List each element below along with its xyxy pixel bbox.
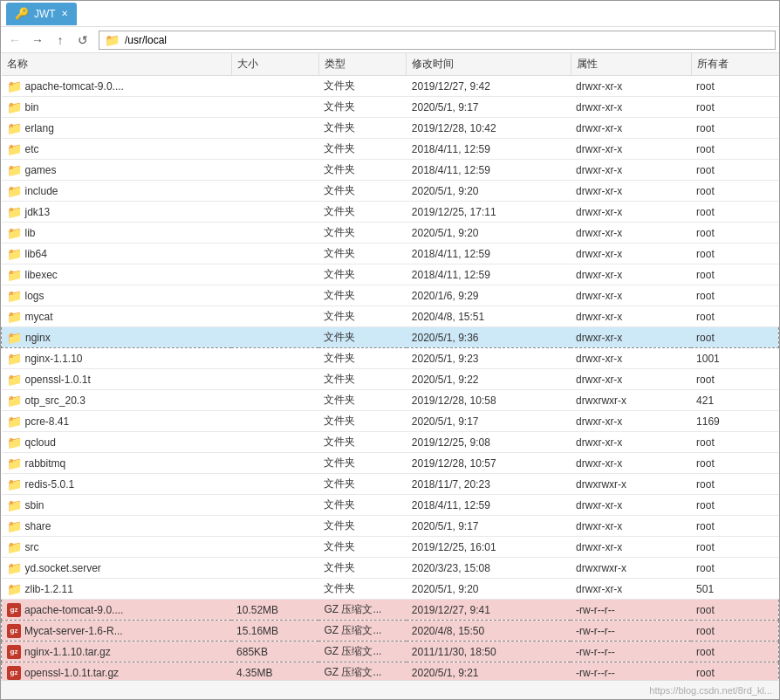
file-modified: 2019/12/27, 9:41 — [407, 600, 571, 621]
file-name: gz Mycat-server-1.6-R... — [2, 621, 232, 642]
file-modified: 2020/5/1, 9:22 — [407, 369, 571, 390]
col-header-type[interactable]: 类型 — [318, 53, 406, 76]
file-name: 📁 games — [2, 160, 232, 181]
file-type: 文件夹 — [318, 76, 406, 97]
refresh-button[interactable]: ↺ — [72, 30, 93, 51]
table-row[interactable]: 📁 qcloud 文件夹 2019/12/25, 9:08 drwxr-xr-x… — [2, 432, 779, 453]
col-header-owner[interactable]: 所有者 — [691, 53, 778, 76]
jwt-tab[interactable]: 🔑 JWT ✕ — [6, 3, 77, 25]
file-size — [231, 474, 318, 495]
table-row[interactable]: 📁 sbin 文件夹 2018/4/11, 12:59 drwxr-xr-x r… — [2, 495, 779, 516]
file-modified: 2019/12/28, 10:57 — [407, 453, 571, 474]
file-type: 文件夹 — [318, 244, 406, 264]
file-name: 📁 otp_src_20.3 — [2, 390, 232, 411]
table-row[interactable]: 📁 pcre-8.41 文件夹 2020/5/1, 9:17 drwxr-xr-… — [2, 411, 779, 432]
table-row[interactable]: 📁 include 文件夹 2020/5/1, 9:20 drwxr-xr-x … — [2, 181, 779, 202]
table-row[interactable]: 📁 lib64 文件夹 2018/4/11, 12:59 drwxr-xr-x … — [2, 244, 779, 264]
file-owner: root — [691, 516, 778, 537]
file-size: 10.52MB — [231, 600, 318, 621]
file-modified: 2018/4/11, 12:59 — [407, 264, 571, 285]
file-owner: root — [691, 621, 778, 642]
status-bar: https://blog.csdn.net/8rd_kl... — [1, 680, 779, 699]
col-header-size[interactable]: 大小 — [231, 53, 318, 76]
file-owner: root — [691, 662, 778, 681]
table-row[interactable]: gz apache-tomcat-9.0.... 10.52MB GZ 压缩文.… — [2, 600, 779, 621]
file-name: 📁 nginx-1.1.10 — [2, 348, 232, 369]
forward-button[interactable]: → — [27, 30, 48, 51]
file-type: 文件夹 — [318, 411, 406, 432]
file-attr: drwxr-xr-x — [571, 453, 691, 474]
file-attr: drwxr-xr-x — [571, 516, 691, 537]
table-row[interactable]: 📁 otp_src_20.3 文件夹 2019/12/28, 10:58 drw… — [2, 390, 779, 411]
col-header-name[interactable]: 名称 — [2, 53, 232, 76]
file-name: 📁 openssl-1.0.1t — [2, 369, 232, 390]
table-row[interactable]: 📁 erlang 文件夹 2019/12/28, 10:42 drwxr-xr-… — [2, 118, 779, 139]
file-name: 📁 libexec — [2, 264, 232, 285]
table-row[interactable]: 📁 libexec 文件夹 2018/4/11, 12:59 drwxr-xr-… — [2, 264, 779, 285]
file-owner: root — [691, 537, 778, 558]
tab-icon: 🔑 — [15, 7, 29, 20]
table-row[interactable]: 📁 zlib-1.2.11 文件夹 2020/5/1, 9:20 drwxr-x… — [2, 579, 779, 600]
col-header-modified[interactable]: 修改时间 — [407, 53, 571, 76]
table-row[interactable]: 📁 src 文件夹 2019/12/25, 16:01 drwxr-xr-x r… — [2, 537, 779, 558]
table-row[interactable]: gz nginx-1.1.10.tar.gz 685KB GZ 压缩文... 2… — [2, 642, 779, 662]
file-modified: 2018/4/11, 12:59 — [407, 139, 571, 160]
col-header-attr[interactable]: 属性 — [571, 53, 691, 76]
file-attr: drwxr-xr-x — [571, 223, 691, 244]
file-type: 文件夹 — [318, 139, 406, 160]
table-row[interactable]: 📁 rabbitmq 文件夹 2019/12/28, 10:57 drwxr-x… — [2, 453, 779, 474]
file-size — [231, 348, 318, 369]
file-modified: 2020/5/1, 9:20 — [407, 223, 571, 244]
back-button[interactable]: ← — [4, 30, 25, 51]
file-attr: drwxr-xr-x — [571, 160, 691, 181]
folder-icon: 📁 — [7, 561, 22, 575]
file-name: 📁 mycat — [2, 306, 232, 327]
file-size — [231, 264, 318, 285]
table-row[interactable]: 📁 mycat 文件夹 2020/4/8, 15:51 drwxr-xr-x r… — [2, 306, 779, 327]
gz-icon: gz — [7, 645, 21, 659]
table-row[interactable]: 📁 nginx-1.1.10 文件夹 2020/5/1, 9:23 drwxr-… — [2, 348, 779, 369]
file-name: 📁 redis-5.0.1 — [2, 474, 232, 495]
file-type: 文件夹 — [318, 369, 406, 390]
tab-close-button[interactable]: ✕ — [61, 9, 68, 18]
table-row[interactable]: 📁 redis-5.0.1 文件夹 2018/11/7, 20:23 drwxr… — [2, 474, 779, 495]
table-row[interactable]: 📁 share 文件夹 2020/5/1, 9:17 drwxr-xr-x ro… — [2, 516, 779, 537]
file-owner: root — [691, 306, 778, 327]
tab-label: JWT — [34, 8, 56, 20]
table-row[interactable]: 📁 nginx 文件夹 2020/5/1, 9:36 drwxr-xr-x ro… — [2, 327, 779, 348]
table-row[interactable]: gz openssl-1.0.1t.tar.gz 4.35MB GZ 压缩文..… — [2, 662, 779, 681]
file-name: 📁 lib — [2, 223, 232, 244]
table-row[interactable]: 📁 games 文件夹 2018/4/11, 12:59 drwxr-xr-x … — [2, 160, 779, 181]
file-size — [231, 558, 318, 579]
file-attr: drwxr-xr-x — [571, 537, 691, 558]
table-row[interactable]: 📁 apache-tomcat-9.0.... 文件夹 2019/12/27, … — [2, 76, 779, 97]
up-button[interactable]: ↑ — [50, 30, 71, 51]
file-size — [231, 285, 318, 306]
table-row[interactable]: 📁 logs 文件夹 2020/1/6, 9:29 drwxr-xr-x roo… — [2, 285, 779, 306]
table-row[interactable]: 📁 bin 文件夹 2020/5/1, 9:17 drwxr-xr-x root — [2, 97, 779, 118]
table-row[interactable]: 📁 lib 文件夹 2020/5/1, 9:20 drwxr-xr-x root — [2, 223, 779, 244]
file-name: 📁 share — [2, 516, 232, 537]
file-name: 📁 qcloud — [2, 432, 232, 453]
file-list-container[interactable]: 名称 大小 类型 修改时间 属性 所有者 📁 apache-tomcat-9.0… — [1, 53, 779, 680]
file-type: 文件夹 — [318, 306, 406, 327]
file-type: 文件夹 — [318, 579, 406, 600]
file-type: 文件夹 — [318, 327, 406, 348]
table-row[interactable]: 📁 etc 文件夹 2018/4/11, 12:59 drwxr-xr-x ro… — [2, 139, 779, 160]
file-modified: 2020/5/1, 9:17 — [407, 411, 571, 432]
file-attr: drwxr-xr-x — [571, 369, 691, 390]
file-type: 文件夹 — [318, 432, 406, 453]
table-row[interactable]: 📁 jdk13 文件夹 2019/12/25, 17:11 drwxr-xr-x… — [2, 202, 779, 223]
table-row[interactable]: 📁 yd.socket.server 文件夹 2020/3/23, 15:08 … — [2, 558, 779, 579]
file-owner: 421 — [691, 390, 778, 411]
folder-icon: 📁 — [7, 498, 22, 512]
file-owner: root — [691, 181, 778, 202]
file-attr: drwxr-xr-x — [571, 264, 691, 285]
file-list-body: 📁 apache-tomcat-9.0.... 文件夹 2019/12/27, … — [2, 76, 779, 681]
file-type: 文件夹 — [318, 118, 406, 139]
table-row[interactable]: 📁 openssl-1.0.1t 文件夹 2020/5/1, 9:22 drwx… — [2, 369, 779, 390]
table-row[interactable]: gz Mycat-server-1.6-R... 15.16MB GZ 压缩文.… — [2, 621, 779, 642]
file-modified: 2019/12/25, 9:08 — [407, 432, 571, 453]
folder-icon: 📁 — [7, 582, 22, 596]
file-attr: drwxrwxr-x — [571, 474, 691, 495]
